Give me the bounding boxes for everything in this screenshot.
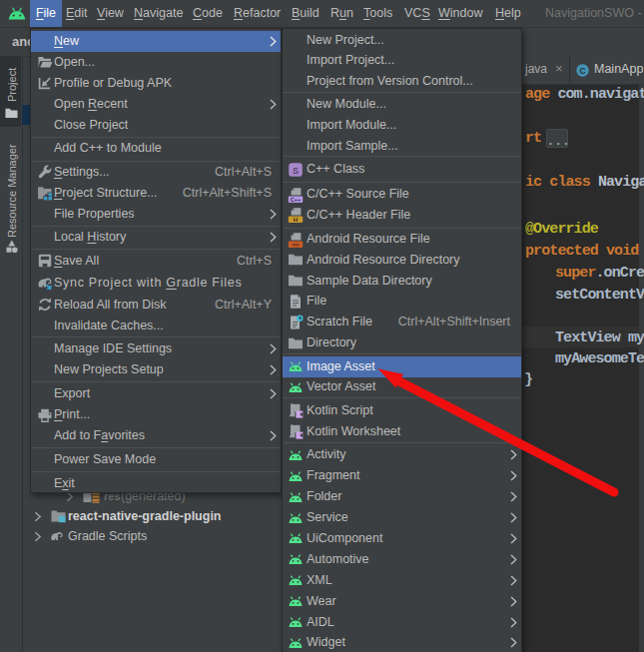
- svg-text:C: C: [579, 66, 585, 76]
- svg-text:S: S: [292, 165, 298, 175]
- svg-text:C++: C++: [290, 196, 301, 202]
- svg-text:H: H: [293, 216, 298, 223]
- svg-text:<>: <>: [292, 240, 300, 247]
